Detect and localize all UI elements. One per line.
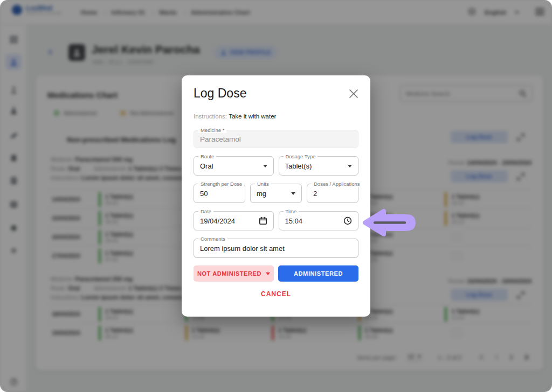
chevron-down-icon bbox=[348, 165, 352, 167]
comments-field[interactable]: Comments Lorem ipsum dolor sit amet bbox=[194, 239, 358, 258]
units-select[interactable]: Units mg bbox=[250, 184, 302, 203]
clock-icon[interactable] bbox=[343, 216, 352, 225]
doses-field[interactable]: Doses / Applications 2 bbox=[307, 184, 358, 203]
date-field[interactable]: Date 19/04/2024 bbox=[194, 211, 274, 230]
close-icon[interactable] bbox=[349, 89, 358, 101]
chevron-down-icon bbox=[263, 165, 267, 167]
cancel-button[interactable]: CANCEL bbox=[194, 290, 358, 298]
route-select[interactable]: Route Oral bbox=[194, 156, 274, 176]
not-administered-button[interactable]: NOT ADMINISTERED bbox=[194, 265, 274, 282]
strength-field[interactable]: Strength per Dose 50 bbox=[194, 184, 245, 203]
log-dose-modal: Log Dose Instructions: Take it with wate… bbox=[182, 75, 370, 317]
administered-button[interactable]: ADMINISTERED bbox=[278, 265, 358, 282]
chevron-down-icon bbox=[266, 272, 270, 275]
annotation-arrow-left-icon bbox=[362, 206, 418, 240]
chevron-down-icon bbox=[291, 192, 295, 195]
medicine-field: Medicine * Paracetamol bbox=[194, 130, 358, 148]
app-window: LuxMed HOSPITAL SYSTEM Home Infirmary 01… bbox=[0, 0, 552, 392]
time-field[interactable]: Time 15:04 bbox=[279, 211, 359, 230]
modal-instructions: Instructions: Take it with water bbox=[194, 113, 358, 120]
dosage-type-select[interactable]: Dosage Type Tablet(s) bbox=[279, 156, 359, 176]
calendar-icon[interactable] bbox=[259, 216, 267, 225]
modal-title: Log Dose bbox=[194, 86, 246, 101]
